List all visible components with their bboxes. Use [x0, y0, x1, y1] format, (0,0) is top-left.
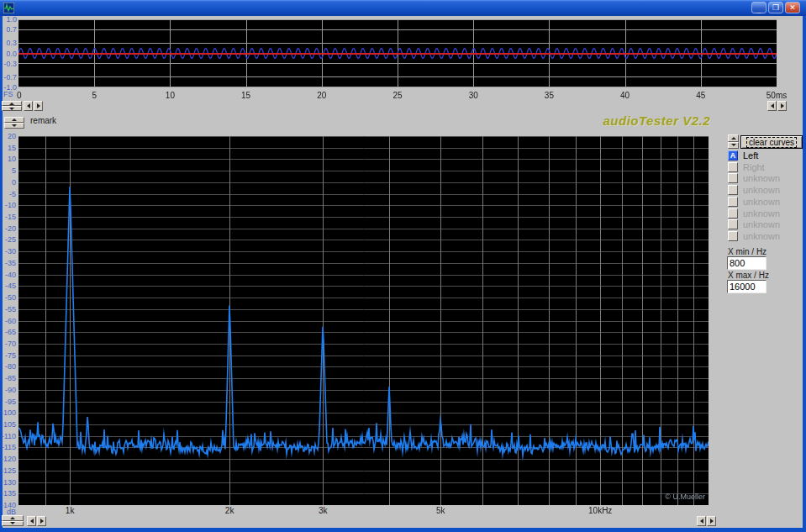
osc-time-tick: 20 — [317, 92, 326, 100]
minimize-button[interactable]: _ — [751, 2, 766, 13]
channel-label: Right — [743, 162, 765, 172]
spec-db-tick: 5 — [0, 167, 16, 175]
osc-time-tick: 35 — [545, 92, 554, 100]
spec-db-tick: 0 — [0, 179, 16, 187]
oscilloscope-scroll-left-button-2[interactable] — [767, 101, 777, 111]
spinner-down-icon[interactable] — [2, 521, 24, 527]
spec-freq-tick: 3k — [319, 507, 328, 515]
spec-db-tick: -45 — [0, 282, 16, 290]
osc-time-tick: 40 — [620, 92, 630, 100]
channel-label: unknown — [743, 219, 780, 229]
spec-db-tick: -65 — [0, 329, 16, 336]
osc-y-tick: 0.0 — [2, 50, 17, 58]
oscilloscope-scroll-left-button[interactable] — [24, 101, 33, 111]
oscilloscope-amplitude-spinner[interactable] — [2, 101, 22, 111]
channel-label: unknown — [743, 231, 780, 241]
channel-checkbox-unknown-6[interactable] — [728, 231, 738, 241]
osc-time-tick: 25 — [392, 92, 402, 100]
spec-db-tick: -50 — [0, 294, 16, 302]
spec-db-tick: -115 — [0, 444, 16, 451]
spec-db-tick: -105 — [0, 421, 16, 429]
spec-db-tick: 20 — [0, 133, 16, 140]
spec-db-tick: -35 — [0, 260, 16, 267]
channel-checkbox-unknown-3[interactable] — [728, 197, 738, 207]
spec-db-tick: -30 — [0, 248, 16, 255]
spectrum-scroll-left-button[interactable] — [27, 516, 36, 526]
osc-time-tick: 0 — [17, 92, 22, 100]
spec-db-tick: -25 — [0, 236, 16, 244]
spec-db-tick: -100 — [0, 409, 16, 417]
spinner-down-icon[interactable] — [728, 142, 739, 150]
app-icon — [3, 3, 14, 13]
x-max-input[interactable] — [727, 280, 766, 293]
osc-y-tick: 0.7 — [2, 26, 17, 34]
spec-db-tick: -5 — [0, 191, 16, 198]
spinner-down-icon[interactable] — [4, 123, 24, 129]
channel-label: unknown — [743, 208, 780, 219]
spec-db-tick: -70 — [0, 340, 16, 348]
window-border-bottom — [0, 528, 806, 532]
spectrum-db-spinner[interactable] — [2, 515, 24, 526]
osc-time-tick: 45 — [696, 92, 705, 100]
spectrum-plot — [18, 136, 709, 505]
spec-freq-tick: 10kHz — [588, 507, 612, 515]
spinner-up-icon[interactable] — [4, 117, 24, 123]
spec-db-tick: -125 — [0, 467, 16, 475]
spectrum-scale-spinner[interactable] — [4, 117, 24, 129]
spectrum-scroll-left-button-2[interactable] — [697, 516, 706, 526]
channel-label: unknown — [743, 197, 780, 207]
spec-db-tick: 15 — [0, 145, 16, 152]
spec-db-tick: -85 — [0, 375, 16, 382]
spec-db-tick: -130 — [0, 479, 16, 487]
channel-checkbox-right[interactable] — [728, 162, 738, 172]
x-min-input[interactable] — [727, 256, 766, 270]
channel-label: unknown — [743, 173, 780, 183]
oscilloscope-scroll-right-button-2[interactable] — [777, 101, 787, 111]
spec-db-tick: -55 — [0, 306, 16, 313]
channel-checkbox-unknown-1[interactable] — [728, 173, 738, 183]
channel-checkbox-unknown-4[interactable] — [728, 208, 738, 219]
channel-checkbox-unknown-2[interactable] — [728, 185, 738, 195]
spec-db-tick: -135 — [0, 490, 16, 498]
app-window: _ ❐ ✕ FS remark audioTester V2.2 dB © U.… — [0, 0, 806, 532]
spec-db-tick: -140 — [0, 502, 16, 509]
copyright-label: © U.Mueller — [622, 492, 705, 501]
spec-db-tick: -90 — [0, 387, 16, 394]
spec-db-tick: -20 — [0, 225, 16, 233]
spec-db-tick: -120 — [0, 456, 16, 463]
channel-label: Left — [743, 150, 758, 161]
osc-y-tick: -0.3 — [2, 61, 17, 68]
x-min-label: X min / Hz — [728, 248, 766, 256]
oscilloscope-scroll-right-button[interactable] — [34, 101, 43, 111]
spec-db-tick: -10 — [0, 202, 16, 209]
osc-time-tick: 10 — [166, 92, 175, 100]
curve-select-spinner[interactable] — [728, 134, 739, 149]
osc-y-tick: -0.7 — [2, 74, 17, 82]
spec-db-tick: -75 — [0, 352, 16, 360]
spec-freq-tick: 1k — [66, 507, 75, 515]
spec-db-tick: -40 — [0, 271, 16, 279]
channel-checkbox-left[interactable]: A — [728, 150, 738, 161]
spinner-up-icon[interactable] — [728, 134, 739, 142]
clear-curves-label: clear curves — [746, 137, 797, 148]
spec-db-tick: -60 — [0, 318, 16, 325]
x-max-label: X max / Hz — [728, 271, 769, 280]
spectrum-scroll-right-button-2[interactable] — [707, 516, 716, 526]
title-bar[interactable]: _ ❐ ✕ — [0, 0, 806, 16]
spectrum-scroll-right-button[interactable] — [37, 516, 46, 526]
clear-curves-button[interactable]: clear curves — [740, 135, 803, 149]
channel-checkbox-unknown-5[interactable] — [728, 219, 738, 229]
fs-axis-label: FS — [3, 91, 13, 98]
osc-time-tick: 50ms — [766, 92, 787, 100]
spec-db-tick: -15 — [0, 213, 16, 221]
oscilloscope-plot — [18, 19, 777, 87]
close-button[interactable]: ✕ — [785, 2, 800, 13]
osc-time-tick: 5 — [92, 92, 97, 100]
spec-freq-tick: 5k — [436, 507, 445, 515]
channel-label: unknown — [743, 185, 780, 195]
maximize-button[interactable]: ❐ — [768, 2, 783, 13]
spinner-down-icon[interactable] — [2, 106, 22, 111]
window-border-right — [803, 16, 806, 532]
osc-y-tick: -1.0 — [2, 84, 17, 92]
osc-y-tick: 0.3 — [2, 40, 17, 47]
